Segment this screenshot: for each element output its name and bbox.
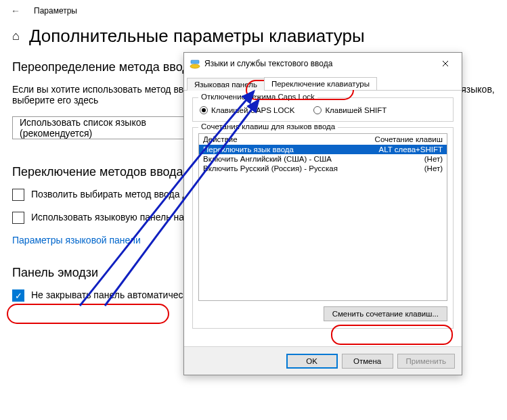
dialog-icon [190,58,200,69]
app-title: Параметры [34,6,77,16]
hotkey-keys: (Нет) [361,155,443,163]
hotkey-keys: (Нет) [361,164,443,172]
page-title: Дополнительные параметры клавиатуры [29,26,365,47]
svg-rect-1 [191,60,199,64]
hotkey-keys: ALT слева+SHIFT [361,145,443,154]
caps-lock-legend: Отключение режима Caps Lock [198,93,317,101]
tab-keyboard-switch[interactable]: Переключение клавиатуры [264,77,377,90]
cancel-button[interactable]: Отмена [342,354,393,369]
radio-caps-lock-label: Клавишей CAPS LOCK [211,106,294,114]
hotkey-action: Переключить язык ввода [203,145,361,154]
checkbox-per-app[interactable] [12,189,24,201]
back-icon[interactable]: ← [11,5,20,16]
radio-caps-lock[interactable]: Клавишей CAPS LOCK [200,106,294,114]
change-hotkey-button[interactable]: Сменить сочетание клавиш... [324,306,447,321]
home-icon[interactable]: ⌂ [12,29,20,43]
radio-shift[interactable]: Клавишей SHIFT [313,106,387,114]
checkbox-emoji-autoclose[interactable]: ✓ [12,289,24,302]
text-services-dialog: Языки и службы текстового ввода Языковая… [183,52,462,375]
lang-bar-settings-link[interactable]: Параметры языковой панели [12,235,141,246]
hotkey-row[interactable]: Включить Английский (США) - США(Нет) [199,154,447,164]
svg-point-0 [190,64,200,68]
list-header-action: Действие [203,135,361,143]
ok-button[interactable]: OK [286,354,338,369]
hotkey-action: Включить Русский (Россия) - Русская [203,164,361,172]
hotkey-row[interactable]: Переключить язык вводаALT слева+SHIFT [199,145,447,154]
hotkey-action: Включить Английский (США) - США [203,155,361,163]
list-header-keys: Сочетание клавиш [361,135,443,143]
radio-shift-label: Клавишей SHIFT [325,106,387,114]
close-button[interactable] [432,54,459,73]
dialog-title: Языки и службы текстового ввода [204,59,432,68]
checkbox-lang-bar[interactable] [12,212,24,224]
hotkeys-legend: Сочетания клавиш для языков ввода [198,122,338,131]
hotkey-row[interactable]: Включить Русский (Россия) - Русская(Нет) [199,164,447,173]
apply-button[interactable]: Применить [397,354,455,369]
close-icon [442,60,449,67]
tab-language-panel[interactable]: Языковая панель [187,78,265,91]
hotkeys-listbox[interactable]: Действие Сочетание клавиш Переключить яз… [198,133,447,301]
annotation-oval-link [7,304,169,324]
